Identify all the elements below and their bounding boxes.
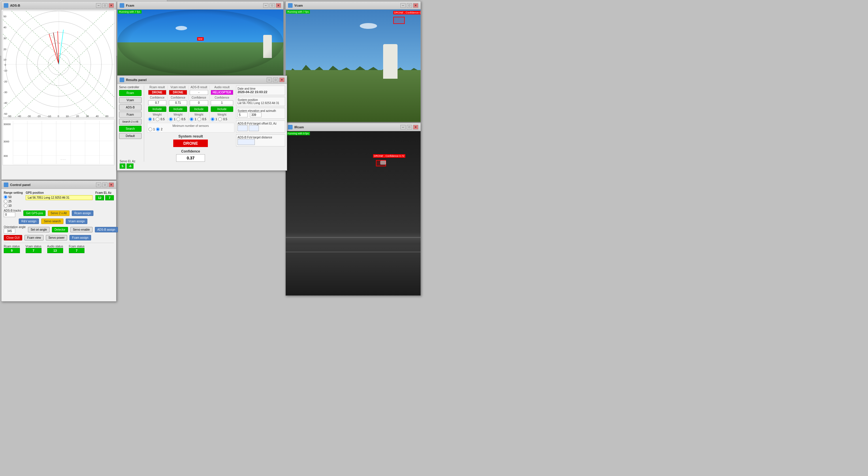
fcam-close-btn[interactable]: ✕ — [276, 3, 281, 8]
servo-2x-alt-btn[interactable]: Servo 2 x Alt — [48, 210, 69, 216]
vcam-titlebar: Vcam ─ □ ✕ — [286, 1, 421, 9]
audio-weight-05-radio[interactable] — [218, 117, 222, 121]
fcam-test-badge: test — [197, 37, 204, 41]
vcam-window-icon — [288, 3, 292, 8]
svg-text:40: 40 — [3, 26, 6, 29]
vcam-minimize-btn[interactable]: ─ — [400, 3, 406, 8]
system-position-section: System position Lat 56.7051 Long 12.9253… — [236, 97, 285, 106]
adsb-include-btn[interactable]: Include — [190, 107, 208, 112]
min-sensors-2-radio[interactable] — [156, 127, 160, 131]
vcam-cloud-1 — [360, 23, 377, 29]
min-sensors-2-label: 2 — [161, 128, 163, 131]
adsb-close-btn[interactable]: ✕ — [109, 3, 114, 8]
close-gui-btn[interactable]: Close GUI — [4, 235, 22, 240]
min-sensors-1-radio[interactable] — [149, 127, 152, 131]
adsb-fov-el-input[interactable] — [238, 125, 248, 131]
adsb-maximize-btn[interactable]: □ — [102, 3, 107, 8]
servo-adsb-btn[interactable]: ADS-B — [119, 105, 142, 111]
rcam-weight-radios: 1 0.5 — [148, 117, 166, 121]
svg-line-8 — [3, 20, 107, 117]
rcam-include-btn[interactable]: Include — [148, 107, 166, 112]
fcam-maximize-btn[interactable]: □ — [270, 3, 275, 8]
vcam-assign-btn[interactable]: Vcam assign — [66, 218, 87, 224]
set-ori-angle-btn[interactable]: Set ori-angle — [28, 227, 50, 232]
adsb-result-value: - — [190, 90, 208, 95]
results-maximize-btn[interactable]: □ — [273, 78, 278, 82]
range-setting-label: Range setting — [4, 191, 23, 194]
adsb-weight-header: Weight — [190, 113, 208, 116]
range-25-label[interactable]: 25 — [4, 200, 23, 203]
get-gps-pos-btn[interactable]: Get GPS-pos — [23, 210, 45, 216]
svg-text:20: 20 — [3, 48, 6, 51]
detector-btn[interactable]: Detector — [52, 227, 68, 232]
results-search-btn[interactable]: Search — [119, 126, 142, 132]
servo-rcam-btn[interactable]: Rcam — [119, 90, 142, 96]
orientation-input[interactable] — [4, 229, 15, 234]
adsb-fov-distance-section: ADS-B FoV-target distance — [236, 135, 285, 146]
control-minimize-btn[interactable]: ─ — [96, 182, 101, 187]
audio-include-btn[interactable]: Include — [211, 107, 233, 112]
ircam-minimize-btn[interactable]: ─ — [400, 125, 406, 129]
adsb-weight-1-radio[interactable] — [190, 117, 193, 121]
rcam-weight-05-radio[interactable] — [156, 117, 159, 121]
audio-result-header: Audio result — [211, 86, 233, 89]
control-maximize-btn[interactable]: □ — [102, 182, 107, 187]
adsb-assign-btn[interactable]: ADS-B assign — [95, 227, 118, 232]
control-close-btn[interactable]: ✕ — [109, 182, 114, 187]
results-minimize-btn[interactable]: ─ — [267, 78, 272, 82]
range-50-radio[interactable] — [4, 195, 7, 199]
min-sensors-radios: 1 2 — [149, 127, 233, 131]
adsb-confidence-value: 0 — [190, 100, 208, 105]
servo-search-btn[interactable]: Servo search — [41, 218, 63, 224]
results-default-btn[interactable]: Default — [119, 133, 142, 139]
ircam-maximize-btn[interactable]: □ — [407, 125, 412, 129]
confidence-label: Confidence — [147, 149, 235, 153]
system-position-label: System position — [238, 98, 284, 101]
svg-text:0: 0 — [58, 115, 59, 117]
adsb-fov-distance-input[interactable] — [238, 139, 255, 145]
date-time-value: 2020-04-22 15:03:22 — [238, 90, 284, 94]
system-position-value: Lat 56.7051 Long 12.9253 Alt 31 — [238, 101, 284, 105]
range-10-radio[interactable] — [4, 204, 7, 208]
svg-text:50: 50 — [105, 115, 108, 117]
adsb-fov-az-input[interactable] — [249, 125, 259, 131]
adsb-minimize-btn[interactable]: ─ — [96, 3, 101, 8]
svg-line-11 — [3, 11, 107, 109]
audio-weight-1-radio[interactable] — [211, 117, 215, 121]
range-setting-section: Range setting 50 25 10 — [4, 191, 23, 208]
vcam-maximize-btn[interactable]: □ — [407, 3, 412, 8]
vcam-close-btn[interactable]: ✕ — [413, 3, 418, 8]
fcam-fps-badge: Running with 7 fps — [118, 10, 142, 13]
vcam-include-btn[interactable]: Include — [169, 107, 187, 112]
elevation-input[interactable] — [238, 113, 248, 117]
servo-vcam-btn[interactable]: Vcam — [119, 97, 142, 103]
search-2x-alt-btn[interactable]: Search 2 x Alt — [119, 119, 142, 124]
vcam-weight-1-radio[interactable] — [169, 117, 173, 121]
system-elevation-section: System elevation and azimuth — [236, 108, 285, 119]
svg-line-9 — [3, 34, 89, 117]
rcam-assign-btn[interactable]: Rcam assign — [72, 210, 94, 216]
svg-text:30: 30 — [86, 115, 89, 117]
adsb-weight-1-label: 1 — [194, 118, 196, 121]
range-10-label[interactable]: 10 — [4, 204, 23, 208]
ir-horizon-glow — [286, 232, 421, 244]
range-25-radio[interactable] — [4, 200, 7, 203]
fcam-minimize-btn[interactable]: ─ — [263, 3, 268, 8]
vcam-window-controls: ─ □ ✕ — [400, 3, 418, 8]
adsb-weight-05-radio[interactable] — [197, 117, 201, 121]
vcam-weight-05-radio[interactable] — [177, 117, 180, 121]
servo-fcam-btn[interactable]: Fcam — [119, 112, 142, 118]
sensor-results-area: Rcam result DRONE Confidence 0.7 Include… — [147, 86, 235, 162]
ircam-close-btn[interactable]: ✕ — [413, 125, 418, 129]
servo-enable-btn[interactable]: Servo enable — [70, 227, 93, 232]
range-50-label[interactable]: 50 — [4, 195, 23, 199]
servo-power-btn[interactable]: Servo power — [46, 235, 67, 240]
r-and-v-assign-btn[interactable]: R&V assign — [19, 218, 39, 224]
adsb-tracks-input[interactable] — [4, 212, 15, 217]
fcam-assign-btn[interactable]: Fcam assign — [69, 235, 91, 240]
azimuth-input[interactable] — [250, 113, 261, 117]
svg-text:-20: -20 — [37, 115, 41, 117]
rcam-weight-1-radio[interactable] — [148, 117, 152, 121]
fcam-view-btn[interactable]: Fcam view — [25, 235, 43, 240]
results-close-btn[interactable]: ✕ — [279, 78, 284, 82]
